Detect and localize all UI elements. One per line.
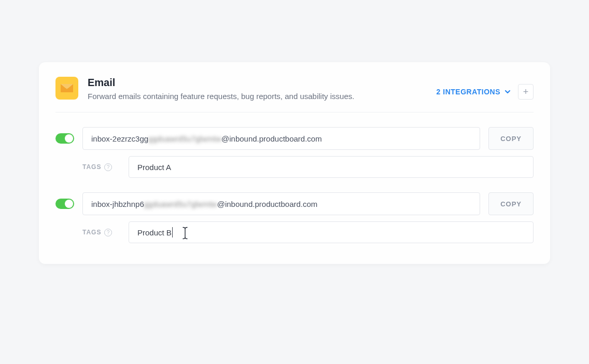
mail-icon — [55, 77, 78, 100]
enable-toggle[interactable] — [55, 199, 74, 209]
header-text-block: Email Forward emails containing feature … — [88, 77, 427, 102]
integrations-dropdown[interactable]: 2 INTEGRATIONS — [437, 88, 511, 96]
email-suffix: @inbound.productboard.com — [221, 134, 322, 143]
header-actions: 2 INTEGRATIONS + — [437, 84, 534, 100]
copy-button[interactable]: COPY — [488, 127, 534, 150]
tags-label: TAGS ? — [82, 163, 121, 171]
add-integration-button[interactable]: + — [518, 84, 534, 100]
email-obscured: ggduawrd5u7glwmtw — [144, 200, 217, 208]
tags-input[interactable]: Product A — [129, 156, 534, 178]
integrations-count-label: 2 INTEGRATIONS — [437, 88, 500, 96]
tags-value: Product A — [137, 163, 171, 172]
card-header: Email Forward emails containing feature … — [55, 77, 534, 113]
plus-icon: + — [523, 87, 529, 97]
text-caret — [172, 227, 173, 237]
tags-row: TAGS ? Product A — [82, 156, 534, 178]
card-subtitle: Forward emails containing feature reques… — [88, 91, 427, 102]
integration-row: inbox-jhbzhnp6ggduawrd5u7glwmtw@inbound.… — [55, 192, 534, 243]
email-suffix: @inbound.productboard.com — [217, 200, 318, 208]
enable-toggle[interactable] — [55, 133, 74, 144]
email-row: inbox-2ezrzc3ggggduawrd5u7glwmtw@inbound… — [55, 127, 534, 150]
tags-label: TAGS ? — [82, 229, 121, 236]
copy-button[interactable]: COPY — [488, 192, 534, 215]
email-integration-card: Email Forward emails containing feature … — [39, 62, 550, 264]
help-icon[interactable]: ? — [104, 163, 112, 171]
chevron-down-icon — [504, 89, 511, 95]
tags-input[interactable]: Product B — [129, 221, 534, 243]
email-address-field[interactable]: inbox-2ezrzc3ggggduawrd5u7glwmtw@inbound… — [82, 127, 480, 150]
integration-row: inbox-2ezrzc3ggggduawrd5u7glwmtw@inbound… — [55, 127, 534, 178]
help-icon[interactable]: ? — [104, 229, 112, 236]
tags-value: Product B — [137, 228, 172, 237]
email-prefix: inbox-jhbzhnp6 — [91, 200, 144, 208]
email-obscured: ggduawrd5u7glwmtw — [148, 134, 221, 143]
tags-row: TAGS ? Product B — [82, 221, 534, 243]
text-cursor-icon — [181, 227, 189, 240]
email-row: inbox-jhbzhnp6ggduawrd5u7glwmtw@inbound.… — [55, 192, 534, 215]
email-prefix: inbox-2ezrzc3gg — [91, 134, 148, 143]
card-title: Email — [88, 77, 427, 89]
email-address-field[interactable]: inbox-jhbzhnp6ggduawrd5u7glwmtw@inbound.… — [82, 192, 480, 215]
